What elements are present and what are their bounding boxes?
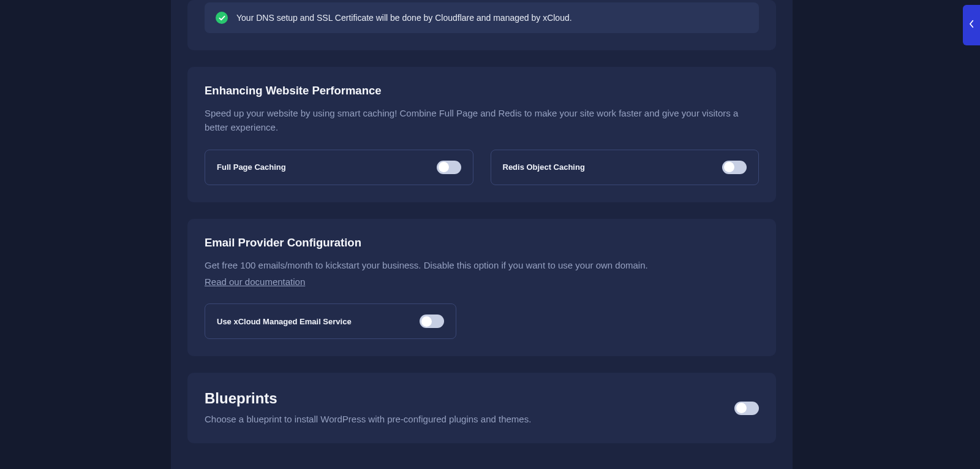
dns-ssl-notice: Your DNS setup and SSL Certificate will … bbox=[205, 2, 759, 33]
email-options: Use xCloud Managed Email Service bbox=[205, 303, 759, 339]
full-page-caching-label: Full Page Caching bbox=[217, 162, 286, 172]
email-desc: Get free 100 emails/month to kickstart y… bbox=[205, 258, 759, 289]
performance-title: Enhancing Website Performance bbox=[205, 84, 759, 97]
full-page-caching-option: Full Page Caching bbox=[205, 150, 473, 185]
redis-object-caching-toggle[interactable] bbox=[722, 161, 747, 174]
email-title: Email Provider Configuration bbox=[205, 236, 759, 250]
managed-email-label: Use xCloud Managed Email Service bbox=[217, 317, 352, 326]
collapse-drawer-button[interactable] bbox=[963, 5, 980, 45]
blueprints-desc: Choose a blueprint to install WordPress … bbox=[205, 412, 734, 426]
check-circle-icon bbox=[216, 12, 228, 24]
performance-card: Enhancing Website Performance Speed up y… bbox=[187, 67, 776, 202]
settings-panel: Your DNS setup and SSL Certificate will … bbox=[171, 0, 793, 469]
email-card: Email Provider Configuration Get free 10… bbox=[187, 219, 776, 357]
email-desc-text: Get free 100 emails/month to kickstart y… bbox=[205, 260, 648, 270]
blueprints-card: Blueprints Choose a blueprint to install… bbox=[187, 373, 776, 443]
performance-desc: Speed up your website by using smart cac… bbox=[205, 106, 759, 135]
managed-email-toggle[interactable] bbox=[420, 315, 444, 328]
managed-email-option: Use xCloud Managed Email Service bbox=[205, 303, 456, 339]
blueprints-toggle[interactable] bbox=[734, 402, 759, 415]
redis-object-caching-label: Redis Object Caching bbox=[503, 162, 585, 172]
redis-object-caching-option: Redis Object Caching bbox=[491, 150, 760, 185]
chevron-left-icon bbox=[969, 20, 974, 31]
dns-ssl-card: Your DNS setup and SSL Certificate will … bbox=[187, 0, 776, 50]
blueprints-title: Blueprints bbox=[205, 390, 734, 407]
performance-options: Full Page Caching Redis Object Caching bbox=[205, 150, 759, 185]
full-page-caching-toggle[interactable] bbox=[437, 161, 461, 174]
documentation-link[interactable]: Read our documentation bbox=[205, 275, 305, 289]
notice-text: Your DNS setup and SSL Certificate will … bbox=[236, 13, 572, 23]
